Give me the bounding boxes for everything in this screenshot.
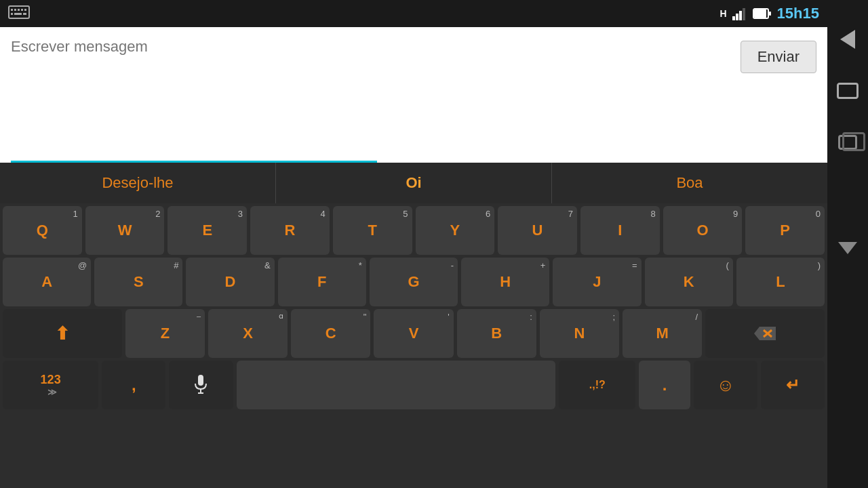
key-T[interactable]: 5T — [333, 206, 412, 255]
svg-rect-11 — [736, 14, 738, 20]
svg-rect-8 — [16, 13, 22, 15]
keyboard: 1Q 2W 3E 4R 5T 6Y 7U 8I 9O 0P @A #S &D *… — [0, 203, 827, 488]
key-A[interactable]: @A — [3, 258, 91, 306]
backspace-icon — [753, 324, 777, 343]
svg-rect-0 — [9, 6, 29, 18]
keyboard-icon — [8, 5, 30, 19]
keyboard-row-2: @A #S &D *F -G +H =J (K )L — [3, 258, 825, 306]
key-O[interactable]: 9O — [663, 206, 743, 255]
recents-icon — [838, 135, 857, 150]
battery-icon — [753, 7, 772, 20]
nav-down-button[interactable] — [831, 236, 864, 260]
key-R[interactable]: 4R — [250, 206, 330, 255]
key-J[interactable]: =J — [553, 258, 641, 306]
key-B[interactable]: :B — [457, 309, 536, 358]
time-display: 15h15 — [777, 5, 819, 22]
key-U[interactable]: 7U — [498, 206, 577, 255]
mic-icon — [193, 374, 209, 396]
key-enter[interactable]: ↵ — [761, 361, 825, 409]
svg-rect-2 — [14, 9, 16, 11]
svg-rect-5 — [24, 9, 26, 11]
cursor-line — [11, 161, 377, 163]
key-I[interactable]: 8I — [580, 206, 660, 255]
key-dot[interactable]: . — [639, 361, 690, 409]
key-comma[interactable]: , — [102, 361, 165, 409]
key-space[interactable] — [237, 361, 556, 409]
message-area: Enviar — [0, 27, 827, 163]
key-E[interactable]: 3E — [167, 206, 247, 255]
nav-sidebar — [827, 0, 868, 488]
suggestion-2[interactable]: Oi — [276, 163, 552, 203]
suggestions-bar: Desejo-lhe Oi Boa — [0, 163, 827, 203]
key-K[interactable]: (K — [645, 258, 733, 306]
svg-rect-13 — [743, 8, 745, 20]
key-M[interactable]: /M — [623, 309, 702, 358]
nav-home-button[interactable] — [831, 79, 864, 103]
nav-back-button[interactable] — [831, 27, 864, 52]
key-W[interactable]: 2W — [85, 206, 165, 255]
suggestion-3[interactable]: Boa — [552, 163, 827, 203]
key-H[interactable]: +H — [461, 258, 549, 306]
keyboard-row-3: ⬆ –Z ɑX "C 'V :B ;N /M — [3, 309, 825, 358]
key-punctuation[interactable]: .,!? — [559, 361, 635, 409]
key-V[interactable]: 'V — [374, 309, 453, 358]
message-input[interactable] — [11, 38, 732, 106]
svg-rect-9 — [23, 13, 26, 15]
svg-rect-15 — [754, 9, 766, 18]
key-C[interactable]: "C — [291, 309, 370, 358]
key-emoji[interactable]: ☺ — [694, 361, 757, 409]
send-button[interactable]: Enviar — [741, 41, 816, 73]
status-bar: H 15h15 — [0, 0, 827, 27]
key-shift[interactable]: ⬆ — [3, 309, 122, 358]
svg-rect-10 — [732, 16, 735, 20]
key-L[interactable]: )L — [736, 258, 825, 306]
down-chevron-icon — [838, 242, 857, 254]
home-icon — [837, 83, 859, 99]
key-Q[interactable]: 1Q — [3, 206, 82, 255]
key-D[interactable]: &D — [186, 258, 274, 306]
key-G[interactable]: -G — [370, 258, 458, 306]
key-N[interactable]: ;N — [540, 309, 619, 358]
signal-bars-icon — [732, 7, 747, 20]
svg-rect-4 — [21, 9, 23, 11]
svg-rect-12 — [739, 11, 742, 20]
key-S[interactable]: #S — [94, 258, 182, 306]
key-123[interactable]: 123 ≫ — [3, 361, 98, 409]
key-delete[interactable] — [705, 309, 825, 358]
key-Y[interactable]: 6Y — [416, 206, 495, 255]
svg-marker-17 — [754, 327, 776, 340]
key-mic[interactable] — [169, 361, 233, 409]
key-P[interactable]: 0P — [745, 206, 825, 255]
keyboard-row-1: 1Q 2W 3E 4R 5T 6Y 7U 8I 9O 0P — [3, 206, 825, 255]
key-Z[interactable]: –Z — [125, 309, 205, 358]
suggestion-1[interactable]: Desejo-lhe — [0, 163, 276, 203]
back-icon — [840, 30, 855, 49]
h-signal-indicator: H — [719, 8, 726, 19]
status-left — [8, 5, 30, 22]
nav-recents-button[interactable] — [831, 130, 864, 155]
key-F[interactable]: *F — [278, 258, 366, 306]
key-X[interactable]: ɑX — [208, 309, 288, 358]
svg-rect-6 — [11, 13, 13, 15]
svg-rect-20 — [198, 375, 203, 386]
svg-rect-3 — [18, 9, 20, 11]
svg-rect-1 — [11, 9, 13, 11]
svg-rect-16 — [769, 12, 771, 16]
keyboard-row-4: 123 ≫ , .,!? . ☺ ↵ — [3, 361, 825, 409]
